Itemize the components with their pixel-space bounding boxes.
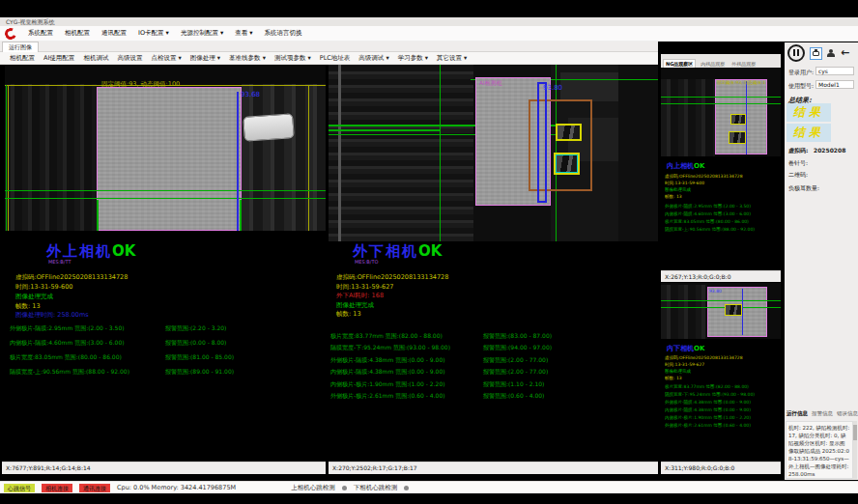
camera-connect-badge: 相机连接 — [42, 484, 72, 492]
baseline-green-line — [329, 129, 440, 131]
mid-ai-time: 外下AI耗时: 168 — [336, 292, 384, 300]
small-top-done: 图像处理完成 — [665, 187, 781, 192]
small-bottom-image-canvas[interactable]: 93.80 — [661, 283, 781, 339]
menu-bar: 系统配置 相机配置 通讯配置 IO卡配置 ▾ 光源控制配置 ▾ 查看 ▾ 系统语… — [0, 26, 858, 42]
heartbeat-badge: 心跳信号 — [4, 484, 35, 492]
toolbar-image-processing[interactable]: 图像处理 ▾ — [190, 54, 220, 63]
edge-green-line — [440, 65, 441, 241]
bottom-statusbar: 心跳信号 相机连接 通讯连接 Cpu: 0.0% Memory: 3424.41… — [0, 481, 858, 493]
pause-icon — [797, 49, 799, 56]
measure-value-label: 93.80 — [543, 84, 562, 92]
tab-protrusion-shape — [243, 113, 295, 142]
measurement-row: 外侧极片-隔膜:4.38mm 范围:(0.00 - 9.00)报警范围:(2.0… — [330, 356, 657, 368]
toolbar-advanced-debug[interactable]: 高级调试 ▾ — [358, 54, 388, 63]
small-top-code: 虚拟码:OFFline20250208133134728 — [665, 174, 781, 179]
toolbar-spot-check[interactable]: 点检设置 ▾ — [151, 54, 181, 63]
tab-run-image[interactable]: 运行图像 — [2, 42, 39, 52]
mid-camera-subtitle: MES:B/TO — [355, 259, 378, 265]
menu-item-view[interactable]: 查看 ▾ — [235, 29, 252, 38]
toolbar-camera-debug[interactable]: 相机调试 — [83, 54, 108, 63]
measure-value-label: 93.68 — [241, 91, 260, 98]
toolbar-learn-params[interactable]: 学习参数 ▾ — [398, 54, 428, 63]
tab-run-info[interactable]: 运行信息 — [786, 410, 808, 417]
small-view-tabs: NG品观察区 内残品观察 外残品观察 — [661, 54, 781, 68]
measurement-row: 外侧极片-隔膜:2.95mm 范围:(2.00 - 3.50)报警范围:(2.2… — [10, 324, 329, 339]
small-top-measure: 极片宽度:83.05mm 范围:(80.00 - 86.00) — [665, 219, 781, 224]
small-bottom-title: 内下相机OK — [667, 344, 704, 353]
machine-structure-right — [242, 84, 326, 231]
user-button[interactable] — [825, 47, 838, 60]
mid-process-done: 图像处理完成 — [336, 301, 374, 310]
menu-item-system-config[interactable]: 系统配置 — [28, 29, 53, 38]
small-bottom-measure: 极片宽度:83.77mm 范围:(82.00 - 88.00) — [665, 384, 781, 389]
small-bottom-measure: 隔膜宽度-下:95.24mm 范围:(93.00 - 98.00) — [665, 392, 781, 397]
mid-image-canvas[interactable]: AI检测框 93.80 — [329, 65, 658, 241]
small-bottom-statusbar: X:311;Y:980;R:0;G:0;B:0 — [661, 462, 781, 474]
result-block-2: 结果 — [786, 124, 831, 142]
machine-edge-line — [338, 65, 341, 241]
baseline-green-line — [661, 307, 781, 308]
menu-item-comm-config[interactable]: 通讯配置 — [101, 29, 127, 38]
window-titlebar[interactable]: CYG-视觉检测系统 — [0, 17, 858, 26]
model-field[interactable]: Model1 — [815, 80, 854, 89]
toolbar-advanced-settings[interactable]: 高级设置 — [117, 54, 142, 63]
small-bottom-frames: 帧数: 13 — [665, 376, 781, 380]
small-tab-ng-view[interactable]: NG品观察区 — [663, 59, 696, 68]
small-top-image-canvas[interactable]: 固定阈值:93, 动态阈值:100 — [661, 68, 781, 156]
toolbar-ai-config[interactable]: AI使用配置 — [43, 54, 74, 63]
toolbar: 相机配置 AI使用配置 相机调试 高级设置 点检设置 ▾ 图像处理 ▾ 基准线参… — [0, 52, 658, 65]
app-window: CYG-视觉检测系统 系统配置 相机配置 通讯配置 IO卡配置 ▾ 光源控制配置… — [0, 0, 858, 504]
toolbar-camera-config[interactable]: 相机配置 — [10, 54, 35, 63]
small-top-time: 时间:13-31-59-600 — [665, 181, 781, 185]
left-camera-subtitle: MES:B/TT — [48, 259, 71, 265]
small-top-measure: 隔膜宽度-上:90.56mm 范围:(88.00 - 92.00) — [665, 227, 781, 232]
small-top-measure: 外侧极片-隔膜:2.95mm 范围:(2.00 - 3.50) — [665, 204, 781, 209]
left-image-canvas[interactable]: 93.68 固定阈值:93, 动态阈值:100 — [5, 65, 326, 231]
exit-button[interactable]: ← — [841, 47, 853, 60]
menu-item-light-config[interactable]: 光源控制配置 ▾ — [181, 29, 223, 38]
small-bottom-measure: 内侧极片-隔膜:4.38mm 范围:(0.00 - 9.00) — [665, 407, 781, 412]
measurement-row: 外侧极片-极片:2.61mm 范围:(0.60 - 4.00)报警范围:(0.6… — [330, 392, 657, 404]
measurement-row: 极片宽度:83.05mm 范围:(80.00 - 86.00)报警范围:(81.… — [10, 353, 329, 368]
machine-structure — [661, 285, 707, 339]
measure-blue-line — [746, 81, 747, 154]
tab-strip: 运行图像 — [0, 42, 658, 52]
toolbar-test-params[interactable]: 测试项参数 ▾ — [274, 54, 311, 63]
defect-box-yellow — [725, 304, 742, 316]
small-tab-outer-reject[interactable]: 外残品观察 — [729, 60, 758, 68]
left-time: 时间:13-31-59-600 — [15, 283, 72, 292]
mid-virtual-code: 虚拟码:OFFline20250208133134728 — [336, 273, 448, 282]
left-process-time: 图像处理时间: 258.00ms — [15, 311, 89, 320]
user-icon — [827, 53, 835, 57]
baseline-green-line — [5, 198, 326, 199]
small-top-statusbar: X:267;Y:13;R:0;G:0;B:0 — [661, 270, 781, 282]
menu-item-io-config[interactable]: IO卡配置 ▾ — [138, 29, 169, 38]
mid-time: 时间:13-31-59-627 — [336, 283, 393, 292]
small-top-title: 内上相机OK — [667, 161, 704, 171]
toolbar-plc-address[interactable]: PLC地址表 — [320, 54, 351, 63]
small-bottom-measure: 外侧极片-极片:2.61mm 范围:(0.60 - 4.00) — [665, 423, 781, 428]
mid-view-statusbar: X:270;Y:2502;R:17;G:17;B:17 — [329, 462, 658, 474]
tab-alarm-info[interactable]: 报警信息 — [812, 410, 833, 417]
threshold-label: 固定阈值:93, 动态阈值:100 — [717, 80, 765, 85]
tab-error-info[interactable]: 错误信息 — [837, 410, 858, 417]
edge-green-mark — [240, 200, 242, 231]
baseline-green-line — [661, 300, 781, 301]
baseline-green-line — [5, 190, 326, 191]
baseline-green-line — [661, 97, 781, 98]
defect-box-yellow — [729, 131, 746, 144]
login-user-field[interactable]: cys — [815, 67, 854, 75]
pause-button[interactable] — [787, 44, 805, 62]
toolbar-other-settings[interactable]: 其它设置 ▾ — [437, 54, 467, 63]
login-user-label: 登录用户: — [788, 69, 814, 77]
result-block-1: 结果 — [786, 103, 831, 122]
cpu-memory-text: Cpu: 0.0% Memory: 3424.41796875M — [117, 484, 236, 491]
lower-camera-heartbeat-indicator — [404, 486, 409, 490]
log-scrollbar-thumb[interactable] — [853, 425, 857, 440]
toolbar-baseline-params[interactable]: 基准线参数 ▾ — [229, 54, 266, 63]
measure-blue-box — [537, 82, 547, 203]
camera-button[interactable] — [810, 47, 822, 60]
menu-item-camera-config[interactable]: 相机配置 — [65, 29, 90, 38]
menu-item-language-switch[interactable]: 系统语言切换 — [265, 29, 302, 38]
small-tab-inner-reject[interactable]: 内残品观察 — [699, 60, 727, 68]
